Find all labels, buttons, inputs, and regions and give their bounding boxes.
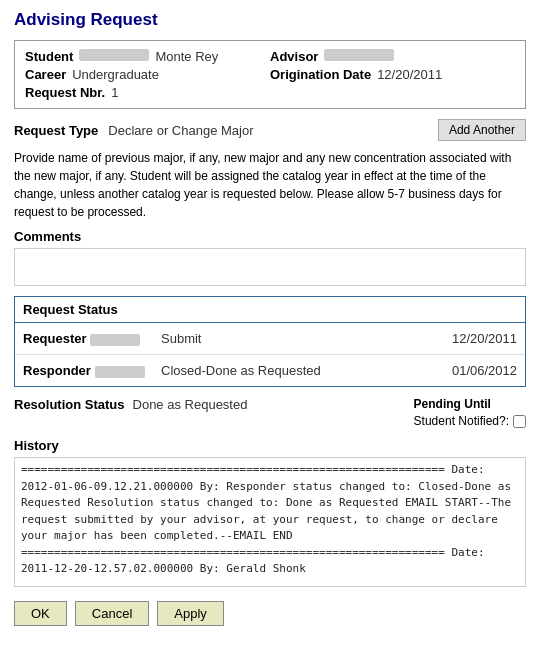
request-type-label: Request Type — [14, 123, 98, 138]
request-nbr-value: 1 — [111, 85, 118, 100]
page-title: Advising Request — [14, 10, 526, 30]
request-nbr-label: Request Nbr. — [25, 85, 105, 100]
career-label: Career — [25, 67, 66, 82]
request-type-value: Declare or Change Major — [108, 123, 253, 138]
responder-date: 01/06/2012 — [397, 363, 517, 378]
student-name: Monte Rey — [155, 49, 218, 64]
origination-label: Origination Date — [270, 67, 371, 82]
history-section: History ================================… — [14, 438, 526, 587]
advisor-value-blurred — [324, 49, 394, 61]
resolution-row: Resolution Status Done as Requested — [14, 397, 414, 412]
apply-button[interactable]: Apply — [157, 601, 224, 626]
footer-buttons: OK Cancel Apply — [14, 601, 526, 626]
request-status-box: Request Status Requester Submit 12/20/20… — [14, 296, 526, 387]
advisor-label: Advisor — [270, 49, 318, 64]
add-another-button[interactable]: Add Another — [438, 119, 526, 141]
responder-name-blurred — [95, 366, 145, 378]
table-row: Responder Closed-Done as Requested 01/06… — [15, 355, 525, 386]
requester-action: Submit — [161, 331, 389, 346]
ok-button[interactable]: OK — [14, 601, 67, 626]
requester-name-blurred — [90, 334, 140, 346]
table-row: Requester Submit 12/20/2011 — [15, 323, 525, 355]
resolution-label: Resolution Status — [14, 397, 125, 412]
responder-action: Closed-Done as Requested — [161, 363, 389, 378]
requester-date: 12/20/2011 — [397, 331, 517, 346]
cancel-button[interactable]: Cancel — [75, 601, 149, 626]
student-notified-label: Student Notified?: — [414, 414, 509, 428]
history-label: History — [14, 438, 526, 453]
student-id-blurred — [79, 49, 149, 61]
responder-role: Responder — [23, 363, 91, 378]
comments-textarea[interactable] — [14, 248, 526, 286]
career-value: Undergraduate — [72, 67, 159, 82]
origination-value: 12/20/2011 — [377, 67, 442, 82]
history-content[interactable]: ========================================… — [14, 457, 526, 587]
requester-role: Requester — [23, 331, 87, 346]
pending-section: Pending Until Student Notified?: — [414, 397, 526, 428]
request-status-header: Request Status — [15, 297, 525, 323]
comments-label: Comments — [14, 229, 526, 244]
resolution-value: Done as Requested — [133, 397, 248, 412]
request-type-row: Request Type Declare or Change Major Add… — [14, 119, 526, 141]
student-label: Student — [25, 49, 73, 64]
student-notified-checkbox[interactable] — [513, 415, 526, 428]
info-box: Student Monte Rey Advisor Career Undergr… — [14, 40, 526, 109]
pending-label: Pending Until — [414, 397, 491, 411]
description-text: Provide name of previous major, if any, … — [14, 149, 526, 221]
